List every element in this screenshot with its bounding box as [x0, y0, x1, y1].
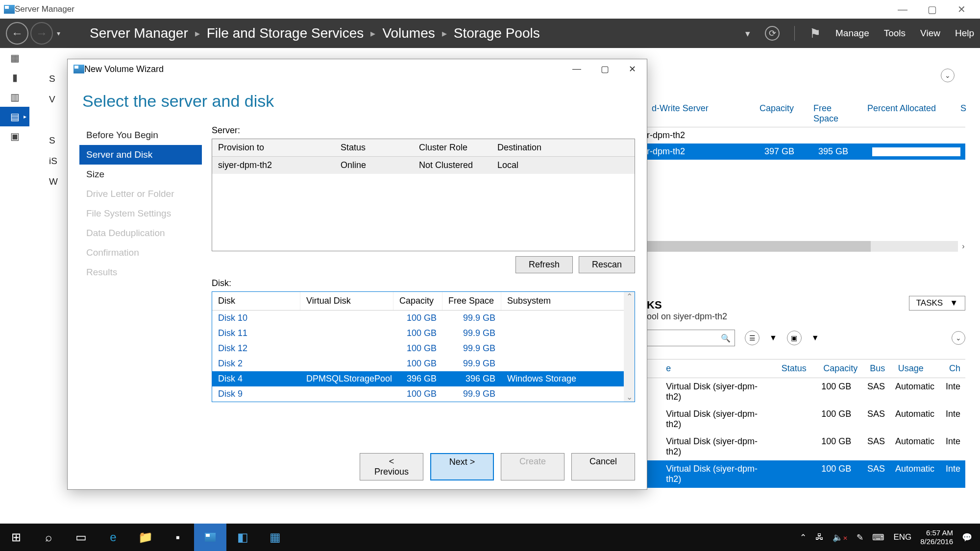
search-button[interactable]: ⌕ [32, 524, 65, 551]
wizard-step-5[interactable]: Data Deduplication [79, 223, 202, 243]
nav-icon-other[interactable]: ▣ [0, 126, 29, 146]
dcol-status[interactable]: Status [777, 359, 819, 378]
nav-forward-button[interactable]: → [30, 22, 53, 45]
server-row[interactable]: siyer-dpm-th2 Online Not Clustered Local [212, 157, 635, 174]
nav-back-button[interactable]: ← [6, 22, 28, 45]
physical-disk-row-3[interactable]: Virtual Disk (siyer-dpm-th2)100 GBSASAut… [647, 460, 965, 488]
app-icon-1[interactable]: ◧ [226, 524, 259, 551]
refresh-icon[interactable]: ⟳ [765, 26, 780, 41]
diskcol-vdisk[interactable]: Virtual Disk [300, 292, 393, 310]
refresh-button[interactable]: Refresh [515, 256, 573, 273]
wizard-step-3[interactable]: Drive Letter or Folder [79, 184, 202, 204]
nav-icon-storage[interactable]: ▤ [0, 107, 29, 126]
disk-row-1[interactable]: Disk 11100 GB99.9 GB [212, 326, 635, 341]
tray-network-icon[interactable]: 🖧 [815, 532, 824, 542]
action-center-icon[interactable]: 💬 [962, 532, 972, 543]
cmd-icon[interactable]: ▪ [162, 524, 194, 551]
physical-disk-row-0[interactable]: Virtual Disk (siyer-dpm-th2)100 GBSASAut… [647, 378, 965, 406]
task-view-button[interactable]: ▭ [65, 524, 97, 551]
wizard-step-2[interactable]: Size [79, 165, 202, 184]
disk-row-5[interactable]: Disk 9100 GB99.9 GB [212, 386, 635, 402]
explorer-icon[interactable]: 📁 [129, 524, 162, 551]
dcol-ch[interactable]: Ch [944, 359, 965, 378]
tasks-dropdown[interactable]: TASKS▼ [909, 296, 965, 311]
diskcol-cap[interactable]: Capacity [393, 292, 442, 310]
wizard-step-7[interactable]: Results [79, 263, 202, 282]
pool-group[interactable]: r-dpm-th2 [647, 127, 965, 144]
disk-row-2[interactable]: Disk 12100 GB99.9 GB [212, 341, 635, 356]
wizard-step-1[interactable]: Server and Disk [79, 145, 202, 165]
ie-icon[interactable]: e [97, 524, 129, 551]
diskcol-subsys[interactable]: Subsystem [501, 292, 635, 310]
server-manager-taskbar-icon[interactable] [194, 524, 226, 551]
dcol-name[interactable]: e [661, 359, 776, 378]
disk-row-4[interactable]: Disk 4DPMSQLStoragePool396 GB396 GBWindo… [212, 371, 635, 386]
nav-icon-local[interactable]: ▮ [0, 68, 29, 87]
disk-row-0[interactable]: Disk 10100 GB99.9 GB [212, 311, 635, 326]
breadcrumb-root[interactable]: Server Manager [90, 25, 188, 41]
nav-icon-all[interactable]: ▥ [0, 87, 29, 107]
previous-button[interactable]: < Previous [360, 453, 423, 480]
dcol-capacity[interactable]: Capacity [818, 359, 865, 378]
pool-row-selected[interactable]: r-dpm-th2 397 GB 395 GB [647, 144, 965, 160]
minimize-button[interactable]: — [888, 2, 917, 17]
dcol-bus[interactable]: Bus [865, 359, 893, 378]
tray-pen-icon[interactable]: ✎ [857, 532, 863, 543]
rescan-button[interactable]: Rescan [579, 256, 635, 273]
notifications-flag-icon[interactable]: ⚑ [809, 26, 821, 41]
tray-volume-icon[interactable]: 🔈✕ [833, 532, 848, 543]
col-capacity[interactable]: Capacity [755, 103, 808, 124]
view-menu[interactable]: View [920, 28, 940, 39]
peek-5: W [49, 171, 58, 192]
tray-language[interactable]: ENG [893, 532, 911, 542]
dlg-maximize-button[interactable]: ▢ [601, 64, 609, 74]
pools-hscroll[interactable]: › [647, 241, 958, 252]
collapse-toggle[interactable]: ⌄ [941, 69, 962, 83]
col-free-space[interactable]: Free Space [808, 103, 862, 124]
filter-icon[interactable]: ☰ [745, 331, 760, 345]
srv-col-status[interactable]: Status [335, 139, 413, 156]
next-button[interactable]: Next > [430, 453, 494, 480]
diskcol-disk[interactable]: Disk [212, 292, 300, 310]
col-rw-server[interactable]: d-Write Server [647, 103, 755, 124]
col-percent-allocated[interactable]: Percent Allocated [862, 103, 956, 124]
disks-search-input[interactable]: 🔍 [647, 330, 735, 346]
srv-col-provision[interactable]: Provision to [212, 139, 335, 156]
wizard-step-4[interactable]: File System Settings [79, 204, 202, 223]
tools-menu[interactable]: Tools [884, 28, 906, 39]
app-icon-2[interactable]: ▦ [259, 524, 291, 551]
ribbon-dropdown-icon[interactable]: ▾ [745, 28, 750, 39]
close-button[interactable]: ✕ [947, 2, 976, 17]
dcol-usage[interactable]: Usage [893, 359, 944, 378]
manage-menu[interactable]: Manage [835, 28, 869, 39]
srv-col-cluster[interactable]: Cluster Role [413, 139, 491, 156]
tray-clock[interactable]: 6:57 AM 8/26/2016 [920, 528, 953, 546]
server-listbox[interactable]: Provision to Status Cluster Role Destina… [212, 139, 635, 251]
breadcrumb-3[interactable]: Storage Pools [454, 25, 540, 41]
breadcrumb-1[interactable]: File and Storage Services [207, 25, 364, 41]
nav-icon-dashboard[interactable]: ▦ [0, 48, 29, 68]
disk-row-3[interactable]: Disk 2100 GB99.9 GB [212, 356, 635, 371]
nav-history-dropdown[interactable]: ▾ [57, 29, 60, 37]
help-menu[interactable]: Help [955, 28, 974, 39]
wizard-step-0[interactable]: Before You Begin [79, 125, 202, 145]
diskcol-free[interactable]: Free Space [442, 292, 501, 310]
cancel-button[interactable]: Cancel [571, 453, 635, 480]
create-button[interactable]: Create [501, 453, 564, 480]
start-button[interactable]: ⊞ [0, 524, 32, 551]
maximize-button[interactable]: ▢ [917, 2, 947, 17]
tray-keyboard-icon[interactable]: ⌨ [872, 532, 884, 543]
physical-disk-row-2[interactable]: Virtual Disk (siyer-dpm-th2)100 GBSASAut… [647, 433, 965, 460]
tray-up-icon[interactable]: ⌃ [800, 532, 807, 543]
dlg-close-button[interactable]: ✕ [629, 64, 636, 74]
dlg-minimize-button[interactable]: — [572, 64, 581, 74]
physical-disk-row-1[interactable]: Virtual Disk (siyer-dpm-th2)100 GBSASAut… [647, 406, 965, 433]
breadcrumb-2[interactable]: Volumes [382, 25, 435, 41]
save-icon[interactable]: ▣ [787, 331, 802, 345]
srv-col-destination[interactable]: Destination [491, 139, 635, 156]
disk-scrollbar[interactable]: ⌃⌄ [624, 292, 635, 402]
disk-listbox[interactable]: Disk Virtual Disk Capacity Free Space Su… [212, 291, 635, 402]
disks-collapse-icon[interactable]: ⌄ [952, 331, 965, 345]
col-status[interactable]: S [956, 103, 965, 124]
wizard-step-6[interactable]: Confirmation [79, 243, 202, 263]
